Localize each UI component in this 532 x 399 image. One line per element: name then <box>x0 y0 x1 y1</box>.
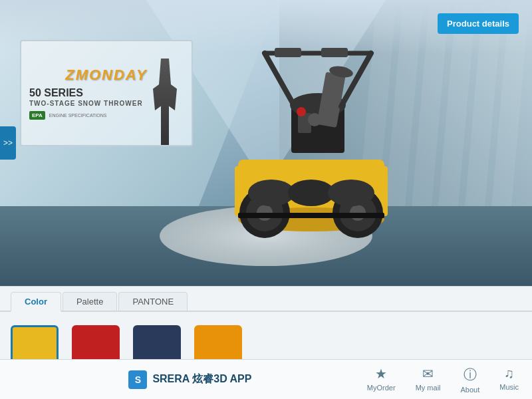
scraper-bar <box>238 213 384 218</box>
nav-label-mymail: My mail <box>416 384 441 392</box>
logo-letter: S <box>135 374 141 385</box>
fuel-cap <box>297 107 306 116</box>
nav-label-music: Music <box>499 383 519 391</box>
footer-brand: S SRERA 炫睿3D APP <box>13 370 367 389</box>
product-details-button[interactable]: Product details <box>438 13 519 34</box>
tab-palette[interactable]: Palette <box>63 292 117 311</box>
showroom: ZMONDAY 50 SERIES TWO-STAGE SNOW THROWER… <box>0 0 532 286</box>
auger-blade-left <box>248 180 295 206</box>
snow-thrower-svg <box>198 33 424 246</box>
nav-item-music[interactable]: ♫ Music <box>499 366 519 394</box>
expand-panel-button[interactable]: >> <box>0 126 16 160</box>
nav-item-myorder[interactable]: ★ MyOrder <box>367 366 396 394</box>
music-icon: ♫ <box>504 366 514 381</box>
nav-item-mymail[interactable]: ✉ My mail <box>416 366 441 394</box>
auger-blade-center <box>288 180 334 206</box>
color-tabs-row: Color Palette PANTONE <box>0 287 532 312</box>
banner-small-text: ENGINE SPECIFICATIONS <box>49 113 107 118</box>
handle-right <box>341 53 371 106</box>
control-right <box>321 48 348 57</box>
footer-brand-text: SRERA 炫睿3D APP <box>152 372 251 386</box>
control-left <box>275 48 301 57</box>
footer-nav: ★ MyOrder ✉ My mail ⓘ About ♫ Music <box>367 366 519 394</box>
mail-icon: ✉ <box>422 366 434 382</box>
snow-thrower-3d <box>198 33 424 246</box>
footer-bar: S SRERA 炫睿3D APP ★ MyOrder ✉ My mail ⓘ A… <box>0 359 532 399</box>
handle-left <box>265 53 295 106</box>
engine-circle <box>308 113 321 126</box>
tab-pantone[interactable]: PANTONE <box>118 292 188 311</box>
nav-label-myorder: MyOrder <box>367 384 396 392</box>
epa-badge: EPA <box>29 111 45 120</box>
tab-color[interactable]: Color <box>11 292 61 312</box>
product-banner: ZMONDAY 50 SERIES TWO-STAGE SNOW THROWER… <box>20 40 193 146</box>
footer-logo: S <box>128 370 147 389</box>
banner-epa-row: EPA ENGINE SPECIFICATIONS <box>29 111 184 120</box>
star-icon: ★ <box>375 366 387 382</box>
nav-label-about: About <box>461 386 480 394</box>
auger-blade-right <box>328 180 374 206</box>
nav-item-about[interactable]: ⓘ About <box>461 366 480 394</box>
info-icon: ⓘ <box>464 366 477 384</box>
